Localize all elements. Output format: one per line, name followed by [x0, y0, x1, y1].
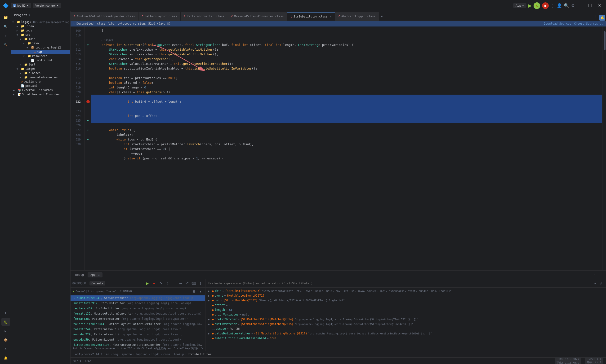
tab-strsubstitutor[interactable]: C StrSubstitutor.class ✕: [287, 12, 335, 21]
tab-strsubstitutor-close[interactable]: ✕: [330, 15, 332, 18]
filter-threads-button[interactable]: ⊟: [191, 288, 197, 294]
debug-tab-debug[interactable]: Debug: [72, 272, 87, 277]
hint-close-button[interactable]: ✕: [201, 347, 203, 350]
project-switcher[interactable]: L log4j2 ▼: [11, 3, 31, 8]
tab-more-button[interactable]: ▼: [379, 12, 385, 21]
breadcrumb-org[interactable]: org: [113, 353, 118, 356]
tree-external-libs[interactable]: ▶ 📚 External Libraries: [11, 88, 70, 92]
project-dropdown-chevron[interactable]: ▼: [29, 14, 30, 16]
sidebar-icon-search[interactable]: 🔍: [1, 22, 10, 31]
reset-frame-button[interactable]: ↺: [184, 281, 190, 286]
thread-dropdown-button[interactable]: ▼: [198, 288, 203, 294]
fold-325[interactable]: ▼: [85, 118, 91, 123]
search-icon[interactable]: 🔍: [564, 3, 569, 8]
sidebar-icon-run[interactable]: ▶: [1, 327, 10, 335]
tree-pomxml[interactable]: 📄 pom.xml: [11, 84, 70, 88]
sidebar-icon-git[interactable]: ⑂: [1, 31, 10, 40]
settings-icon[interactable]: ⚙: [571, 3, 575, 8]
debug-more-button[interactable]: ⋮: [592, 272, 597, 278]
tree-root-log4j2[interactable]: ▼ 📁 log4j2 D:\Java\javaproject\log...: [11, 20, 70, 24]
tree-classes[interactable]: ▶ 📁 classes: [11, 71, 70, 75]
frame-item-5[interactable]: format:38, PatternFormatter (org.apache.…: [70, 316, 205, 321]
eval-expand-button[interactable]: ⤢: [598, 281, 604, 286]
frame-item-10[interactable]: directEncodeEvent:197, AbstractOutputStr…: [70, 342, 205, 346]
sidebar-icon-notifications[interactable]: 🔔: [1, 354, 10, 362]
debug-tab-app-close[interactable]: ✕: [98, 274, 100, 276]
breakpoint-322[interactable]: [85, 99, 91, 104]
breadcrumb-jar[interactable]: log4j-core-2.14.1.jar: [73, 353, 109, 356]
var-valuedelim[interactable]: ▶ ● valueDelimiterMatcher = {StrMatcher$…: [205, 331, 606, 336]
frame-item-1[interactable]: → substitute:941, StrSubstitutor (org.ap…: [70, 295, 205, 301]
sidebar-icon-settings2[interactable]: ⚙: [1, 345, 10, 353]
var-prefix[interactable]: ▶ ● prefixMatcher = {StrMatcher$StringMa…: [205, 317, 606, 322]
debug-minimize-button[interactable]: —: [598, 272, 604, 278]
tree-target[interactable]: ▼ 📁 target: [11, 67, 70, 71]
frame-item-7[interactable]: toText:244, PatternLayout (org.apache.lo…: [70, 327, 205, 332]
frame-item-8[interactable]: encode:229, PatternLayout (org.apache.lo…: [70, 332, 205, 337]
tree-java[interactable]: ▼ 📁 java: [11, 41, 70, 45]
breadcrumb-core[interactable]: core: [163, 353, 170, 356]
var-this[interactable]: ▶ ● this = {StrSubstitutor@2513} "StrSub…: [205, 288, 606, 293]
resume-button[interactable]: ▶: [145, 281, 150, 286]
user-icon[interactable]: 👤: [557, 3, 562, 8]
step-over-button[interactable]: ↷: [158, 281, 163, 286]
minimize-button[interactable]: —: [577, 2, 584, 10]
sidebar-icon-packages[interactable]: 📦: [1, 336, 10, 344]
code-content[interactable]: } 2 usages private int substitute(final …: [91, 26, 602, 270]
tree-main[interactable]: ▼ 📁 main: [11, 37, 70, 41]
tree-src[interactable]: ▼ 📁 src: [11, 33, 70, 37]
run-button[interactable]: ▶: [528, 3, 532, 8]
breadcrumb-lookup[interactable]: lookup: [174, 353, 184, 356]
notifications-bell[interactable]: 🔔: [599, 15, 605, 21]
frame-item-6[interactable]: toSerializable:344, PatternLayout$Patter…: [70, 321, 205, 327]
tree-test[interactable]: ▶ 📁 test: [11, 63, 70, 67]
eval-dropdown-button[interactable]: ▼: [592, 281, 598, 286]
restore-button[interactable]: ❐: [586, 2, 594, 10]
var-length[interactable]: ● length = 53: [205, 308, 606, 312]
step-out-button[interactable]: ↑: [171, 281, 177, 286]
sidebar-icon-text[interactable]: T: [1, 309, 10, 317]
var-offset[interactable]: ● offset = 0: [205, 303, 606, 308]
tree-app[interactable]: ☕ App: [11, 50, 70, 54]
vcs-switcher[interactable]: Version control ▼: [33, 3, 61, 8]
tab-pattern-formatter[interactable]: C PatternFormatter.class: [181, 12, 228, 21]
breadcrumb-log4j[interactable]: log4j: [151, 353, 160, 356]
frame-item-4[interactable]: format:132, MessagePatternConverter (org…: [70, 311, 205, 316]
tab-pattern-layout[interactable]: C PatternLayout.class: [138, 12, 181, 21]
tab-message-pattern[interactable]: C MessagePatternConverter.class: [228, 12, 287, 21]
var-buf[interactable]: ▶ ● buf = {StringBuilder@2532} "User ${j…: [205, 298, 606, 303]
tree-idea[interactable]: ▶ 📁 .idea: [11, 24, 70, 28]
scroll-thumb[interactable]: [604, 31, 606, 50]
debug-eval-input[interactable]: [205, 282, 592, 285]
download-sources-link[interactable]: Download Sources: [544, 22, 571, 25]
tree-log4j2xml[interactable]: 📄 log4j2.xml: [11, 58, 70, 63]
tree-generated-sources[interactable]: ▶ 📁 generated-sources: [11, 75, 70, 79]
frame-item-9[interactable]: encode:59, PatternLayout (org.apache.log…: [70, 337, 205, 342]
var-substinvars[interactable]: ● substitutionInVariablesEnabled = true: [205, 336, 606, 341]
var-priorvars[interactable]: ● priorVariables = null: [205, 312, 606, 317]
step-into-button[interactable]: ↴: [164, 281, 170, 286]
run-app-button[interactable]: App ▼: [513, 3, 526, 8]
var-escape[interactable]: ≈≈ escape = '$' 36: [205, 326, 606, 331]
frame-item-2[interactable]: substitute:912, StrSubstitutor (org.apac…: [70, 301, 205, 306]
tab-abstract-output[interactable]: C AbstractOutputStreamAppender.class: [70, 12, 138, 21]
fold-311[interactable]: ▼: [85, 43, 91, 47]
choose-sources-link[interactable]: Choose Sources...: [574, 22, 603, 25]
run-to-cursor-button[interactable]: ⇥: [178, 281, 183, 286]
frame-item-3[interactable]: replace:467, StrSubstitutor (org.apache.…: [70, 306, 205, 311]
tree-scratches[interactable]: ▶ 📝 Scratches and Consoles: [11, 92, 70, 96]
evaluate-button[interactable]: ⌨: [191, 281, 197, 286]
close-button[interactable]: ✕: [596, 2, 603, 10]
breadcrumb-logging[interactable]: logging: [135, 353, 148, 356]
more-button[interactable]: ⋮: [551, 3, 555, 8]
tree-logs[interactable]: ▶ 📁 logs: [11, 28, 70, 33]
tab-abstract-logger[interactable]: C AbstractLogger.class: [335, 12, 379, 21]
sidebar-icon-build[interactable]: 🔨: [1, 40, 10, 49]
stop-button[interactable]: ■: [542, 2, 549, 9]
console-button[interactable]: Console: [90, 281, 105, 286]
var-suffix[interactable]: ▶ ● suffixMatcher = {StrMatcher$StringMa…: [205, 322, 606, 326]
tree-package[interactable]: ▼ 📦 top.lnng.log4j2: [11, 45, 70, 50]
stop-debug-button[interactable]: ■: [151, 281, 157, 286]
debug-tab-app[interactable]: App ✕: [88, 272, 103, 277]
fold-327[interactable]: ▼: [85, 128, 91, 132]
